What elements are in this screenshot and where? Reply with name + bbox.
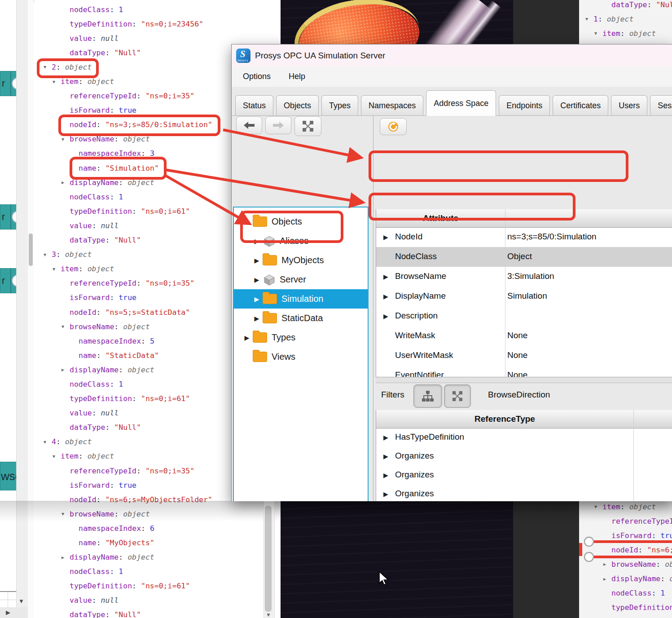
reference-row[interactable]: ▶OrganizesRandom bbox=[376, 485, 672, 501]
tab-sessions[interactable]: Sessions bbox=[650, 95, 672, 115]
attribute-row-userwritemask[interactable]: UserWriteMaskNone bbox=[376, 346, 672, 366]
left-scrollbar-track[interactable] bbox=[28, 0, 34, 618]
attribute-row-browsename[interactable]: ▶BrowseName3:Simulation bbox=[376, 267, 672, 287]
collapse-icon[interactable]: ▾ bbox=[61, 323, 70, 330]
expand-icon[interactable]: ▸ bbox=[61, 366, 70, 373]
attribute-name: WriteMask bbox=[395, 331, 435, 340]
menu-options[interactable]: Options bbox=[236, 68, 277, 85]
flow-node[interactable]: r bbox=[0, 268, 17, 293]
scroll-right-arrow-icon[interactable]: ▶ bbox=[6, 609, 10, 616]
left-scrollbar-thumb[interactable] bbox=[29, 234, 33, 266]
json-line[interactable]: ▸browseName: object bbox=[579, 557, 672, 571]
attribute-row-displayname[interactable]: ▶DisplayNameSimulation bbox=[376, 287, 672, 306]
tab-endpoints[interactable]: Endpoints bbox=[499, 95, 550, 115]
reference-type-column-header: ReferenceType bbox=[376, 414, 633, 424]
flow-node[interactable]: r bbox=[0, 71, 17, 96]
json-line: nodeClass: 1 bbox=[34, 565, 281, 579]
tab-address-space[interactable]: Address Space bbox=[426, 90, 496, 116]
scroll-down-arrow-icon[interactable]: ▼ bbox=[266, 612, 271, 618]
tree-item-myobjects[interactable]: ▶MyObjects bbox=[234, 251, 369, 270]
flow-node[interactable]: wse bbox=[0, 462, 18, 490]
collapse-icon[interactable]: ▾ bbox=[53, 266, 61, 272]
expand-icon[interactable]: ▶ bbox=[252, 238, 262, 245]
attributes-table: Attribute ▶NodeIdns=3;s=85/0:SimulationN… bbox=[376, 209, 672, 377]
attribute-row-nodeid[interactable]: ▶NodeIdns=3;s=85/0:Simulation bbox=[376, 227, 672, 247]
menu-help[interactable]: Help bbox=[282, 68, 312, 85]
tree-item-server[interactable]: ▶Server bbox=[234, 270, 369, 289]
hierarchical-references-toggle[interactable] bbox=[413, 384, 442, 408]
cube-icon bbox=[264, 235, 275, 247]
reference-row[interactable]: ▶HasTypeDefinitionFolderType bbox=[376, 428, 672, 447]
tree-item-types[interactable]: ▶Types bbox=[234, 328, 369, 347]
json-line[interactable]: ▾1: object bbox=[579, 12, 672, 26]
tab-types[interactable]: Types bbox=[321, 95, 358, 115]
expand-icon[interactable]: ▸ bbox=[61, 179, 70, 185]
attribute-row-description[interactable]: ▶Description bbox=[376, 306, 672, 326]
expand-icon[interactable]: ▶ bbox=[383, 490, 388, 498]
json-line[interactable]: ▸displayName: object bbox=[579, 571, 672, 586]
tree-item-simulation[interactable]: ▶Simulation bbox=[234, 289, 369, 309]
devtools-scrollbar-thumb[interactable] bbox=[265, 506, 272, 612]
forward-button[interactable] bbox=[265, 116, 291, 134]
reference-type-name: Organizes bbox=[395, 470, 434, 480]
expand-icon[interactable]: ▶ bbox=[252, 276, 262, 283]
graph-view-button[interactable] bbox=[294, 116, 321, 136]
expand-icon[interactable]: ▶ bbox=[383, 273, 388, 280]
expand-icon[interactable]: ▶ bbox=[383, 453, 388, 460]
collapse-icon[interactable]: ▾ bbox=[585, 16, 593, 22]
expand-icon[interactable]: ▶ bbox=[383, 313, 388, 320]
attribute-row-eventnotifier[interactable]: EventNotifierNone bbox=[376, 366, 672, 377]
reference-row[interactable]: ▶OrganizesConstant bbox=[376, 447, 672, 466]
expand-icon[interactable]: ▸ bbox=[61, 554, 70, 561]
collapse-icon[interactable]: ▾ bbox=[53, 453, 61, 459]
folder-icon bbox=[263, 313, 277, 323]
json-line: typeDefinition: "ns=0;i=61" bbox=[34, 579, 281, 593]
expand-icon[interactable]: ▶ bbox=[242, 334, 252, 341]
attribute-value: None bbox=[507, 331, 527, 340]
collapse-icon[interactable]: ▾ bbox=[44, 439, 52, 445]
expand-icon[interactable]: ▶ bbox=[383, 472, 388, 479]
attribute-row-writemask[interactable]: WriteMaskNone bbox=[376, 326, 672, 346]
tab-certificates[interactable]: Certificates bbox=[553, 95, 608, 115]
expand-icon[interactable]: ▶ bbox=[252, 315, 262, 322]
expand-icon[interactable]: ▸ bbox=[603, 561, 611, 567]
tree-item-aliases[interactable]: ▶Aliases bbox=[234, 231, 369, 251]
expand-icon[interactable]: ▶ bbox=[383, 293, 388, 300]
tab-objects[interactable]: Objects bbox=[276, 95, 319, 115]
expand-icon[interactable]: ▶ bbox=[252, 257, 262, 264]
collapse-icon[interactable]: ▼ bbox=[242, 218, 252, 225]
json-line[interactable]: ▸displayName: object bbox=[34, 550, 281, 565]
back-button[interactable] bbox=[236, 116, 262, 134]
collapse-icon[interactable]: ▾ bbox=[44, 64, 52, 70]
json-line[interactable]: ▾item: object bbox=[579, 26, 672, 40]
expand-icon[interactable]: ▶ bbox=[383, 434, 388, 441]
window-titlebar[interactable]: S PROSYS Prosys OPC UA Simulation Server bbox=[232, 44, 672, 67]
tab-status[interactable]: Status bbox=[235, 95, 273, 115]
tree-item-views[interactable]: Views bbox=[234, 347, 369, 366]
pane-divider[interactable] bbox=[373, 116, 373, 501]
left-scrollbar-gutter[interactable] bbox=[16, 0, 29, 618]
reference-type-name: Organizes bbox=[395, 489, 434, 499]
collapse-icon[interactable]: ▾ bbox=[44, 252, 52, 258]
graph-references-toggle[interactable] bbox=[444, 384, 471, 408]
flow-node[interactable]: r bbox=[0, 204, 17, 230]
collapse-icon[interactable]: ▾ bbox=[61, 136, 70, 142]
attribute-row-nodeclass[interactable]: NodeClassObject bbox=[376, 247, 672, 267]
tab-users[interactable]: Users bbox=[611, 95, 647, 115]
back-arrow-icon bbox=[243, 121, 255, 129]
json-line: name: "MyObjects" bbox=[34, 535, 281, 550]
expand-icon[interactable]: ▶ bbox=[383, 234, 388, 241]
reference-row[interactable]: ▶OrganizesCounter bbox=[376, 466, 672, 485]
tree-item-objects[interactable]: ▼Objects bbox=[234, 212, 369, 231]
collapse-icon[interactable]: ▾ bbox=[53, 79, 61, 85]
tree-item-staticdata[interactable]: ▶StaticData bbox=[234, 309, 369, 328]
refresh-button[interactable] bbox=[380, 118, 407, 135]
scroll-down-arrow-icon[interactable]: ▼ bbox=[18, 598, 24, 605]
expand-icon[interactable]: ▶ bbox=[252, 296, 262, 303]
attribute-name: NodeClass bbox=[395, 252, 437, 261]
tab-namespaces[interactable]: Namespaces bbox=[361, 95, 423, 115]
tree-item-label: Views bbox=[272, 352, 295, 362]
collapse-icon[interactable]: ▾ bbox=[594, 30, 602, 36]
expand-icon[interactable]: ▸ bbox=[603, 576, 611, 582]
tree-item-label: Objects bbox=[272, 216, 302, 227]
